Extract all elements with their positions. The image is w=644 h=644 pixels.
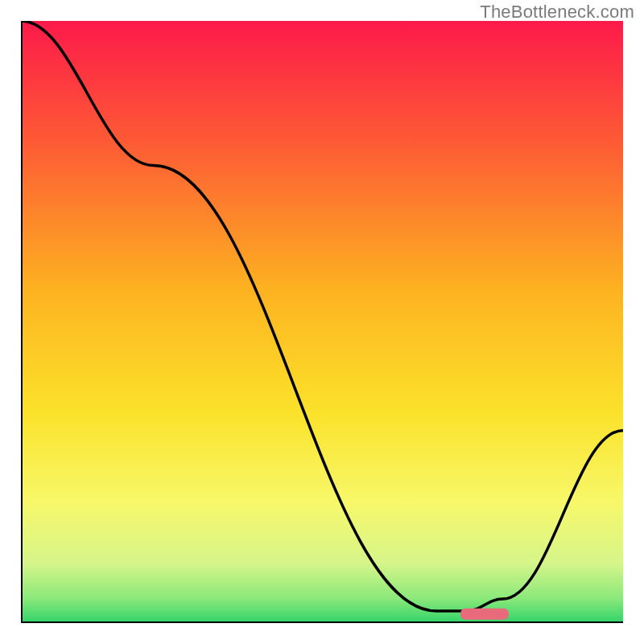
optimal-marker xyxy=(460,609,509,620)
bottleneck-chart xyxy=(21,21,623,623)
chart-svg xyxy=(21,21,623,623)
watermark-text: TheBottleneck.com xyxy=(480,2,634,23)
gradient-background xyxy=(21,21,623,623)
